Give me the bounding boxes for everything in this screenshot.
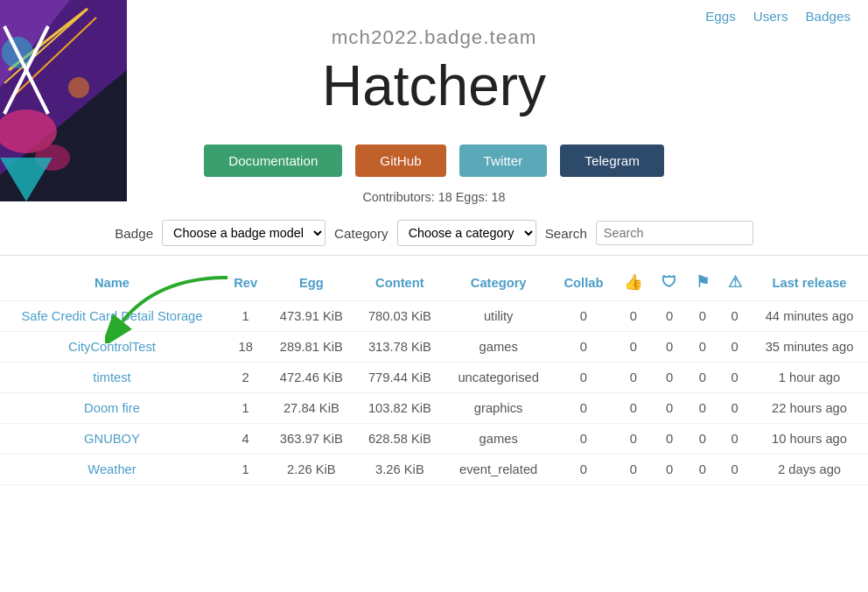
cell-name: timtest (0, 363, 224, 393)
cell-collab: 0 (553, 363, 614, 393)
cell-last: 2 days ago (751, 455, 868, 485)
col-shield: 🛡 (653, 264, 687, 301)
cell-content: 779.44 KiB (355, 363, 444, 393)
cell-name: Doom fire (0, 393, 224, 424)
cell-c3: 0 (687, 332, 719, 363)
site-title: Hatchery (0, 53, 868, 118)
cell-collab: 0 (553, 393, 614, 424)
col-content: Content (355, 264, 444, 301)
twitter-button[interactable]: Twitter (459, 144, 548, 177)
svg-point-11 (68, 77, 89, 98)
cell-egg: 473.91 KiB (267, 301, 355, 332)
cell-c3: 0 (687, 424, 719, 455)
site-subtitle: mch2022.badge.team (0, 26, 868, 49)
logo-decoration (0, 0, 127, 201)
cell-rev: 4 (224, 424, 267, 455)
github-button[interactable]: GitHub (355, 144, 445, 177)
contributors-text: Contributors: 18 Eggs: 18 (0, 190, 868, 204)
table-row: CityControlTest 18 289.81 KiB 313.78 KiB… (0, 332, 868, 363)
table-row: Safe Credit Card Detail Storage 1 473.91… (0, 301, 868, 332)
cell-name: CityControlTest (0, 332, 224, 363)
cell-c1: 0 (614, 301, 653, 332)
egg-link[interactable]: Safe Credit Card Detail Storage (21, 309, 202, 323)
nav-badges[interactable]: Badges (805, 9, 850, 24)
category-filter-select[interactable]: Choose a category (397, 220, 536, 246)
cell-content: 103.82 KiB (355, 393, 444, 424)
cell-c1: 0 (614, 424, 653, 455)
egg-link[interactable]: Doom fire (84, 401, 140, 415)
nav-users[interactable]: Users (753, 9, 788, 24)
action-buttons: Documentation GitHub Twitter Telegram (0, 144, 868, 177)
table-row: Doom fire 1 27.84 KiB 103.82 KiB graphic… (0, 393, 868, 424)
cell-category: games (444, 332, 553, 363)
search-input[interactable] (596, 221, 753, 245)
badge-filter-select[interactable]: Choose a badge model (162, 220, 326, 246)
cell-c4: 0 (718, 393, 751, 424)
top-nav: Eggs Users Badges (705, 9, 850, 24)
cell-c3: 0 (687, 363, 719, 393)
cell-name: GNUBOY (0, 424, 224, 455)
cell-collab: 0 (553, 332, 614, 363)
cell-last: 10 hours ago (751, 424, 868, 455)
cell-rev: 1 (224, 393, 267, 424)
cell-c2: 0 (653, 455, 687, 485)
cell-category: utility (444, 301, 553, 332)
cell-egg: 289.81 KiB (267, 332, 355, 363)
cell-category: games (444, 424, 553, 455)
cell-c3: 0 (687, 393, 719, 424)
category-filter-label: Category (334, 226, 388, 241)
table-row: timtest 2 472.46 KiB 779.44 KiB uncatego… (0, 363, 868, 393)
eggs-table-container: Name Rev Egg Content Category Collab 👍 🛡… (0, 264, 868, 485)
cell-category: event_related (444, 455, 553, 485)
col-last-release: Last release (751, 264, 868, 301)
col-warning: ⚠ (718, 264, 751, 301)
cell-last: 44 minutes ago (751, 301, 868, 332)
cell-c1: 0 (614, 332, 653, 363)
cell-last: 22 hours ago (751, 393, 868, 424)
cell-rev: 2 (224, 363, 267, 393)
egg-link[interactable]: GNUBOY (84, 432, 140, 446)
filter-row: Badge Choose a badge model Category Choo… (0, 220, 868, 246)
cell-c4: 0 (718, 455, 751, 485)
cell-content: 628.58 KiB (355, 424, 444, 455)
col-rev: Rev (224, 264, 267, 301)
cell-c1: 0 (614, 363, 653, 393)
cell-c4: 0 (718, 424, 751, 455)
cell-c2: 0 (653, 393, 687, 424)
cell-rev: 18 (224, 332, 267, 363)
documentation-button[interactable]: Documentation (204, 144, 342, 177)
col-collab: Collab (553, 264, 614, 301)
cell-c2: 0 (653, 363, 687, 393)
badge-filter-label: Badge (115, 226, 153, 241)
cell-content: 3.26 KiB (355, 455, 444, 485)
egg-link[interactable]: timtest (93, 370, 130, 384)
cell-egg: 363.97 KiB (267, 424, 355, 455)
telegram-button[interactable]: Telegram (560, 144, 663, 177)
cell-c4: 0 (718, 301, 751, 332)
cell-rev: 1 (224, 455, 267, 485)
cell-c4: 0 (718, 363, 751, 393)
cell-c3: 0 (687, 301, 719, 332)
cell-content: 313.78 KiB (355, 332, 444, 363)
col-thumbsup: 👍 (614, 264, 653, 301)
table-row: GNUBOY 4 363.97 KiB 628.58 KiB games 0 0… (0, 424, 868, 455)
col-egg: Egg (267, 264, 355, 301)
cell-c2: 0 (653, 301, 687, 332)
col-name: Name (0, 264, 224, 301)
cell-c2: 0 (653, 424, 687, 455)
nav-eggs[interactable]: Eggs (705, 9, 736, 24)
cell-c1: 0 (614, 455, 653, 485)
egg-link[interactable]: Weather (88, 462, 136, 476)
eggs-table: Name Rev Egg Content Category Collab 👍 🛡… (0, 264, 868, 485)
cell-last: 35 minutes ago (751, 332, 868, 363)
col-category: Category (444, 264, 553, 301)
cell-collab: 0 (553, 455, 614, 485)
cell-collab: 0 (553, 301, 614, 332)
cell-category: uncategorised (444, 363, 553, 393)
cell-c1: 0 (614, 393, 653, 424)
cell-last: 1 hour ago (751, 363, 868, 393)
egg-link[interactable]: CityControlTest (68, 340, 156, 354)
cell-rev: 1 (224, 301, 267, 332)
cell-category: graphics (444, 393, 553, 424)
cell-egg: 472.46 KiB (267, 363, 355, 393)
